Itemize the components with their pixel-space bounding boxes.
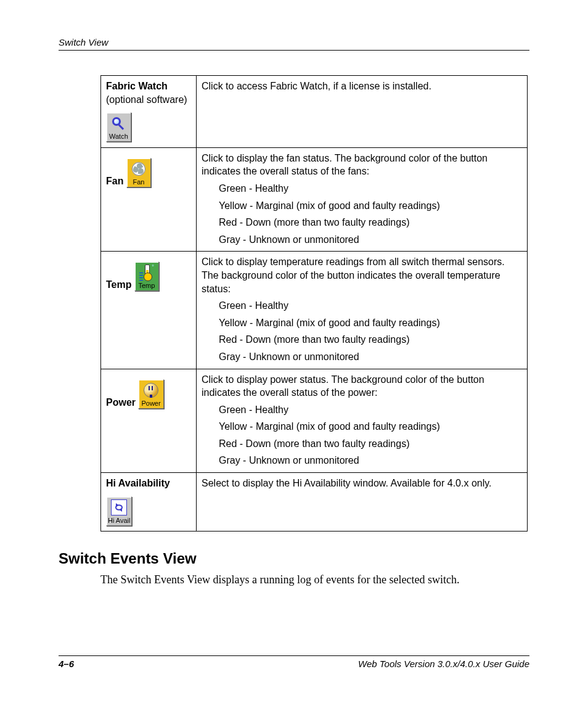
icon-label: Watch xyxy=(109,133,128,140)
desc-text: Click to display the fan status. The bac… xyxy=(202,152,522,178)
table-row: Fabric Watch (optional software) Watch C… xyxy=(101,76,528,148)
table-row: Hi Availability Hi Avail xyxy=(101,473,528,532)
table-row: Temp ° Temp Click to display temperature… xyxy=(101,252,528,369)
feature-table: Fabric Watch (optional software) Watch C… xyxy=(100,75,528,532)
magnifier-icon xyxy=(109,115,128,132)
status-item: Red - Down (more than two faulty reading… xyxy=(219,216,522,229)
status-item: Green - Healthy xyxy=(219,182,522,195)
row-title: Fabric Watch xyxy=(106,81,168,91)
desc-text: Click to access Fabric Watch, if a licen… xyxy=(202,81,431,91)
row-title: Temp xyxy=(106,279,131,290)
table-row: Fan Fan Click to display the fan status.… xyxy=(101,147,528,252)
status-item: Gray - Unknown or unmonitored xyxy=(219,350,522,364)
desc-text: Click to display temperature readings fr… xyxy=(202,255,522,295)
icon-label: Fan xyxy=(129,179,148,186)
page-number: 4–6 xyxy=(59,659,74,669)
icon-label: Temp xyxy=(137,282,156,289)
row-title: Hi Availability xyxy=(106,478,170,488)
running-header: Switch View xyxy=(59,37,529,51)
status-item: Gray - Unknown or unmonitored xyxy=(219,233,522,247)
power-button: Power xyxy=(138,379,163,409)
cell-temp-desc: Click to display temperature readings fr… xyxy=(197,252,528,369)
cell-power-desc: Click to display power status. The backg… xyxy=(197,369,528,473)
status-item: Yellow - Marginal (mix of good and fault… xyxy=(219,316,522,330)
cell-hiavail-left: Hi Availability Hi Avail xyxy=(101,473,197,532)
cell-power-left: Power Power xyxy=(101,369,197,473)
document-page: Switch View Fabric Watch (optional softw… xyxy=(0,0,588,706)
fan-button: Fan xyxy=(126,158,151,187)
desc-text: Click to display power status. The backg… xyxy=(202,373,522,400)
fan-icon xyxy=(129,160,148,178)
status-item: Yellow - Marginal (mix of good and fault… xyxy=(219,199,522,213)
watch-button: Watch xyxy=(106,112,131,142)
cell-fabric-desc: Click to access Fabric Watch, if a licen… xyxy=(197,76,528,148)
hi-avail-icon xyxy=(108,499,130,516)
hi-avail-button: Hi Avail xyxy=(106,496,132,526)
status-list: Green - Healthy Yellow - Marginal (mix o… xyxy=(219,299,522,363)
icon-label: Hi Avail xyxy=(108,517,130,524)
section-heading: Switch Events View xyxy=(59,550,529,567)
icon-label: Power xyxy=(141,400,160,407)
status-item: Yellow - Marginal (mix of good and fault… xyxy=(219,420,522,433)
status-list: Green - Healthy Yellow - Marginal (mix o… xyxy=(219,403,522,467)
temp-button: ° Temp xyxy=(134,261,159,291)
status-item: Green - Healthy xyxy=(219,403,522,417)
section-paragraph: The Switch Events View displays a runnin… xyxy=(100,573,529,586)
page-footer: 4–6 Web Tools Version 3.0.x/4.0.x User G… xyxy=(59,655,529,669)
cell-hiavail-desc: Select to display the Hi Availability wi… xyxy=(197,473,528,532)
row-title: Power xyxy=(106,397,136,408)
row-subtitle: (optional software) xyxy=(106,94,187,105)
status-item: Gray - Unknown or unmonitored xyxy=(219,454,522,467)
status-item: Red - Down (more than two faulty reading… xyxy=(219,333,522,347)
cell-temp-left: Temp ° Temp xyxy=(101,252,197,369)
plug-icon xyxy=(141,382,160,399)
status-item: Green - Healthy xyxy=(219,299,522,313)
cell-fan-left: Fan Fan xyxy=(101,147,197,252)
guide-title: Web Tools Version 3.0.x/4.0.x User Guide xyxy=(358,659,529,669)
row-title: Fan xyxy=(106,176,123,186)
cell-fabric-left: Fabric Watch (optional software) Watch xyxy=(101,76,197,148)
table-row: Power Power Click to display power statu… xyxy=(101,369,528,473)
cell-fan-desc: Click to display the fan status. The bac… xyxy=(197,147,528,252)
thermometer-icon: ° xyxy=(137,264,156,281)
status-item: Red - Down (more than two faulty reading… xyxy=(219,437,522,451)
desc-text: Select to display the Hi Availability wi… xyxy=(202,478,491,488)
status-list: Green - Healthy Yellow - Marginal (mix o… xyxy=(219,182,522,246)
